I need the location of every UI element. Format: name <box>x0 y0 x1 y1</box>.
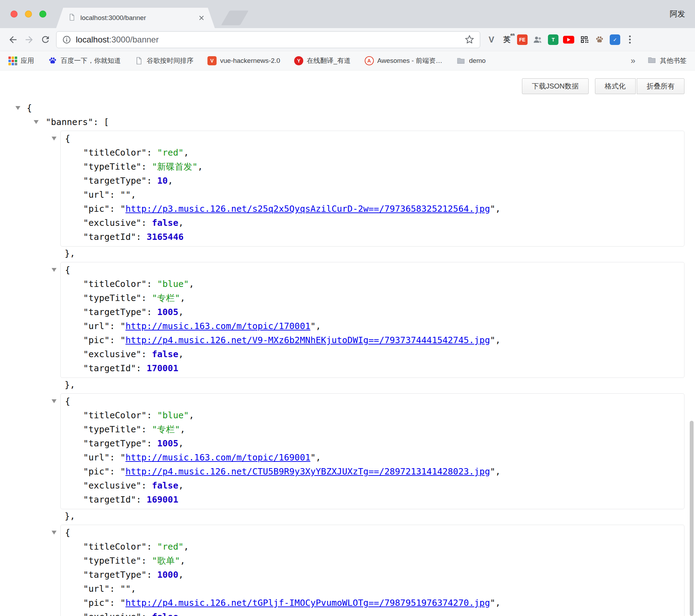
json-comma: , <box>178 438 184 448</box>
bookmark-item[interactable]: Y在线翻译_有道 <box>294 56 351 65</box>
json-key: "exclusive" <box>83 480 141 491</box>
json-key: "pic" <box>83 335 110 345</box>
bookmark-item[interactable]: AAwesomes - 前端资… <box>365 56 442 65</box>
youtube-icon[interactable] <box>561 32 576 47</box>
json-comma: , <box>131 190 136 200</box>
tab-close-icon[interactable] <box>198 14 205 21</box>
json-boolean-value: false <box>152 349 178 359</box>
bookmark-item[interactable]: demo <box>456 56 486 65</box>
apps-grid-icon <box>8 57 17 65</box>
json-key: "typeTitle" <box>83 293 141 303</box>
qrcode-icon[interactable] <box>576 32 592 47</box>
paw-icon[interactable] <box>592 32 607 47</box>
json-quote: " <box>120 466 125 477</box>
collapse-toggle-icon[interactable] <box>52 137 57 140</box>
json-line: { <box>61 526 684 540</box>
profile-name[interactable]: 阿发 <box>670 9 685 19</box>
collapse-toggle-icon[interactable] <box>15 106 20 110</box>
json-comma: , <box>131 584 136 594</box>
star-icon[interactable] <box>465 35 474 44</box>
json-line: "exclusive": false, <box>61 216 684 230</box>
json-comma: , <box>178 307 184 317</box>
json-boolean-value: false <box>152 218 178 228</box>
json-key: "targetId" <box>83 363 136 373</box>
json-link[interactable]: http://p3.music.126.net/s25q2x5QyqsAzilC… <box>125 204 490 214</box>
json-empty-string-value: "" <box>120 584 131 594</box>
other-bookmarks-label: 其他书签 <box>660 56 687 65</box>
reload-icon[interactable] <box>37 32 53 48</box>
folder-icon <box>456 56 465 65</box>
info-icon[interactable] <box>62 35 71 44</box>
awesomes-icon: A <box>365 56 374 65</box>
json-line: "pic": "http://p4.music.126.net/V9-MXz6b… <box>61 333 684 347</box>
bookmark-item[interactable]: Vvue-hackernews-2.0 <box>207 56 280 65</box>
json-link[interactable]: http://music.163.com/m/topic/169001 <box>125 452 310 463</box>
collapse-toggle-icon[interactable] <box>34 120 39 124</box>
json-key: "exclusive" <box>83 349 141 359</box>
json-object-box: {"titleColor": "blue","typeTitle": "专栏",… <box>60 393 684 509</box>
json-line: "targetId": 170001 <box>61 361 684 375</box>
translate-en-icon[interactable]: 英en <box>499 32 515 47</box>
json-empty-string-value: "" <box>120 190 131 200</box>
json-number-value: 1000 <box>157 570 178 580</box>
json-key: "typeTitle" <box>83 162 141 172</box>
json-colon: : <box>147 410 157 420</box>
json-colon: : <box>141 349 152 359</box>
v-extension-icon[interactable]: V <box>484 32 499 47</box>
json-link[interactable]: http://p4.music.126.net/CTU5B9R9y3XyYBZX… <box>125 466 490 477</box>
zoom-window-button[interactable] <box>39 11 46 18</box>
json-link[interactable]: http://p4.music.126.net/tGPljf-IMOCyPvum… <box>125 598 490 608</box>
kebab-menu-icon[interactable] <box>623 32 637 48</box>
json-line: "targetType": 10, <box>61 174 684 188</box>
json-number-value: 10 <box>157 176 168 186</box>
json-string-value: "专栏" <box>152 293 180 303</box>
json-colon: : <box>110 190 120 200</box>
download-json-button[interactable]: 下载JSON数据 <box>522 78 588 94</box>
json-colon: : <box>147 570 157 580</box>
json-open-bracket: [ <box>104 117 109 127</box>
json-array-item: {"titleColor": "red","typeTitle": "歌单","… <box>60 525 684 616</box>
browser-toolbar: localhost:3000/banner V英enFET✓ <box>0 28 695 51</box>
json-colon: : <box>147 279 157 289</box>
collapse-toggle-icon[interactable] <box>52 268 57 272</box>
json-colon: : <box>147 438 157 448</box>
bookmarks-overflow-icon[interactable]: » <box>631 56 635 66</box>
page-icon <box>68 13 76 22</box>
json-link[interactable]: http://p4.music.126.net/V9-MXz6b2MNhEKju… <box>125 335 490 345</box>
json-line: { <box>61 132 684 146</box>
json-line: { <box>61 394 684 408</box>
json-comma: , <box>180 424 185 434</box>
bookmark-item[interactable]: 谷歌按时间排序 <box>135 56 193 65</box>
json-link[interactable]: http://music.163.com/m/topic/170001 <box>125 321 310 331</box>
people-icon[interactable] <box>530 32 545 47</box>
fehelper-icon[interactable]: FE <box>515 32 530 47</box>
vertical-scrollbar[interactable] <box>690 421 694 616</box>
format-button[interactable]: 格式化 <box>595 78 636 94</box>
url-text[interactable]: localhost:3000/banner <box>76 35 159 45</box>
forward-icon[interactable] <box>21 32 37 48</box>
new-tab-button[interactable] <box>221 11 249 25</box>
json-colon: : <box>141 293 152 303</box>
json-line: }, <box>60 378 684 392</box>
address-bar[interactable]: localhost:3000/banner <box>56 31 480 48</box>
json-line: "typeTitle": "专栏", <box>61 291 684 305</box>
shield-check-icon[interactable]: ✓ <box>607 32 623 47</box>
bookmark-item[interactable]: 百度一下，你就知道 <box>48 56 121 65</box>
minimize-window-button[interactable] <box>25 11 32 18</box>
json-comma: , <box>178 480 184 491</box>
t-shield-icon[interactable]: T <box>545 32 561 47</box>
bookmark-item[interactable]: 应用 <box>8 56 34 65</box>
back-icon[interactable] <box>5 32 21 48</box>
bookmark-label: vue-hackernews-2.0 <box>220 57 280 65</box>
json-colon: : <box>110 204 120 214</box>
json-array-item: {"titleColor": "blue","typeTitle": "专栏",… <box>60 393 684 523</box>
json-line: "targetType": 1005, <box>61 305 684 319</box>
collapse-all-button[interactable]: 折叠所有 <box>637 78 684 94</box>
browser-tab[interactable]: localhost:3000/banner <box>56 8 215 28</box>
json-key: "typeTitle" <box>83 424 141 434</box>
json-string-value: "blue" <box>157 410 189 420</box>
close-window-button[interactable] <box>11 11 18 18</box>
collapse-toggle-icon[interactable] <box>52 399 57 403</box>
collapse-toggle-icon[interactable] <box>52 531 57 535</box>
other-bookmarks-folder[interactable]: 其他书签 <box>647 55 687 66</box>
